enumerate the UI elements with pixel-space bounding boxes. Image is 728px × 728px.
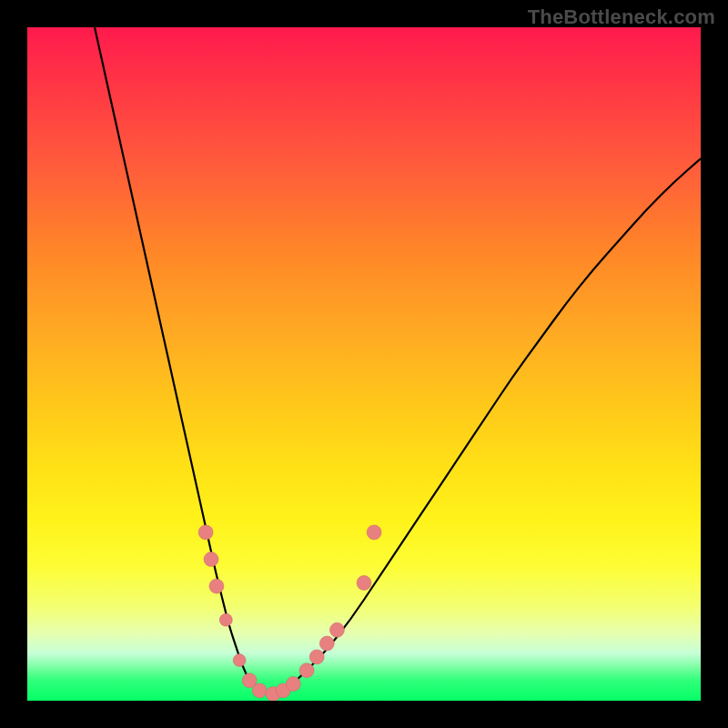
data-marker [367,525,381,540]
data-marker [357,576,371,591]
data-marker [198,525,213,540]
data-marker [209,579,224,593]
data-marker [286,677,300,692]
data-marker [233,654,246,667]
data-marker [329,622,344,637]
data-marker [252,683,267,698]
chart-frame: TheBottleneck.com [0,0,728,728]
data-marker [219,613,232,626]
data-marker [204,552,218,567]
watermark-text: TheBottleneck.com [528,5,715,29]
markers-layer [27,27,701,701]
data-marker [309,650,324,664]
data-marker [319,636,334,651]
data-markers [198,525,381,701]
data-marker [299,663,314,678]
plot-area [27,27,701,701]
